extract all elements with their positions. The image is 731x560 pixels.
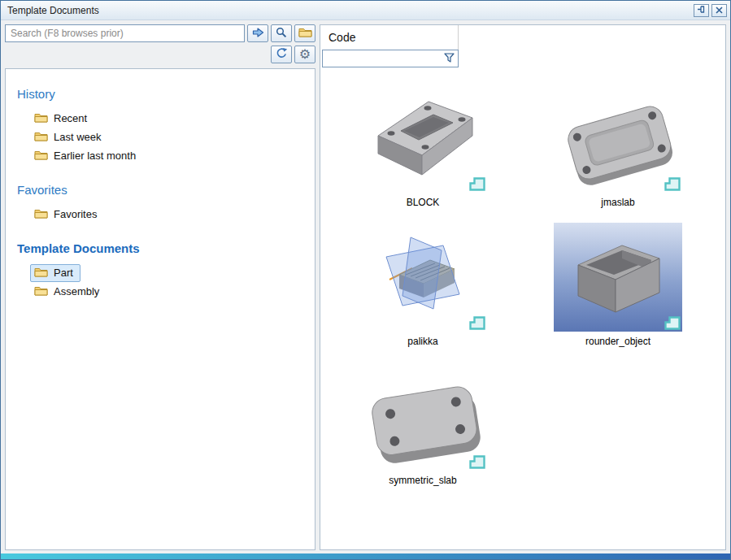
template-item-label: BLOCK <box>407 197 440 208</box>
folder-icon <box>298 27 312 40</box>
tree-items-template-documents: Part Assembly <box>30 263 307 301</box>
template-thumbnail-block <box>359 84 487 193</box>
tree-item-label: Last week <box>54 131 102 143</box>
close-icon <box>716 4 723 16</box>
template-item-label: jmaslab <box>601 197 634 208</box>
template-grid: BLOCK <box>320 84 725 486</box>
part-badge-icon <box>469 177 485 191</box>
filter-box <box>322 50 459 67</box>
template-item-label: rounder_object <box>585 336 651 347</box>
go-button[interactable] <box>247 24 268 42</box>
template-documents-panel: Template Documents <box>0 0 731 560</box>
part-badge-icon <box>469 455 485 469</box>
template-item-label: palikka <box>407 336 437 347</box>
part-badge-icon <box>664 316 681 330</box>
titlebar: Template Documents <box>1 1 730 20</box>
template-thumbnail-rounder-object <box>554 223 682 332</box>
search-input[interactable] <box>5 24 245 42</box>
folder-icon <box>34 150 48 163</box>
template-item-block[interactable]: BLOCK <box>325 84 520 208</box>
tree-items-favorites: Favorites <box>30 205 307 224</box>
settings-button[interactable]: ⚙ <box>294 46 315 63</box>
tree-item-assembly[interactable]: Assembly <box>30 282 307 301</box>
folder-tree: History Recent Last week <box>5 68 315 550</box>
folder-icon <box>34 208 48 221</box>
template-thumbnail-palikka <box>359 223 487 332</box>
folder-icon <box>34 112 48 125</box>
close-button[interactable] <box>711 4 727 17</box>
search-row <box>5 24 315 42</box>
tree-item-earlier-last-month[interactable]: Earlier last month <box>30 146 307 165</box>
part-badge-icon <box>469 316 485 330</box>
bottom-edge-strip <box>1 553 730 559</box>
column-header-code[interactable]: Code <box>320 25 459 50</box>
tree-item-label: Recent <box>54 112 87 124</box>
filter-row <box>322 50 725 67</box>
template-item-rounder-object[interactable]: rounder_object <box>520 223 716 347</box>
template-item-symmetric-slab[interactable]: symmetric_slab <box>325 362 520 486</box>
tree-item-label: Part <box>54 267 73 279</box>
go-arrow-icon <box>252 27 264 41</box>
folder-icon <box>34 131 48 144</box>
filter-button[interactable] <box>440 50 458 67</box>
pin-button[interactable] <box>694 4 709 17</box>
tree-item-label: Earlier last month <box>54 150 136 162</box>
tree-section-favorites[interactable]: Favorites <box>17 183 307 197</box>
folder-icon <box>34 285 48 298</box>
code-filter-input[interactable] <box>323 50 440 67</box>
template-thumbnail-symmetric-slab <box>359 362 487 471</box>
folder-icon <box>34 267 48 280</box>
tree-item-label: Favorites <box>54 208 97 220</box>
refresh-button[interactable] <box>271 46 292 63</box>
template-item-palikka[interactable]: palikka <box>325 223 520 347</box>
template-item-jmaslab[interactable]: jmaslab <box>520 84 716 208</box>
tree-item-favorites[interactable]: Favorites <box>30 205 307 224</box>
tree-section-template-documents[interactable]: Template Documents <box>17 241 307 255</box>
tree-item-part[interactable]: Part <box>30 263 307 282</box>
column-header-label: Code <box>329 31 355 44</box>
part-badge-icon <box>664 177 681 191</box>
gear-icon: ⚙ <box>299 48 311 61</box>
tree-item-last-week[interactable]: Last week <box>30 128 307 146</box>
template-item-label: symmetric_slab <box>389 475 456 486</box>
left-pane: ⚙ History Recent Last week <box>5 24 315 550</box>
template-thumbnail-jmaslab <box>554 84 682 193</box>
tree-item-label: Assembly <box>54 285 99 297</box>
panel-content: ⚙ History Recent Last week <box>1 20 730 553</box>
magnifier-icon <box>276 27 287 41</box>
browse-folder-button[interactable] <box>294 24 315 42</box>
search-button[interactable] <box>271 24 292 42</box>
pin-icon <box>697 4 706 16</box>
funnel-icon <box>444 53 455 65</box>
tree-items-history: Recent Last week Earlier last month <box>30 109 307 165</box>
tree-item-recent[interactable]: Recent <box>30 109 307 128</box>
list-header: Code <box>320 25 725 50</box>
tools-row: ⚙ <box>5 46 315 63</box>
document-list-pane: Code <box>320 24 726 550</box>
refresh-icon <box>276 47 288 62</box>
panel-title: Template Documents <box>7 5 691 16</box>
tree-section-history[interactable]: History <box>17 87 307 101</box>
